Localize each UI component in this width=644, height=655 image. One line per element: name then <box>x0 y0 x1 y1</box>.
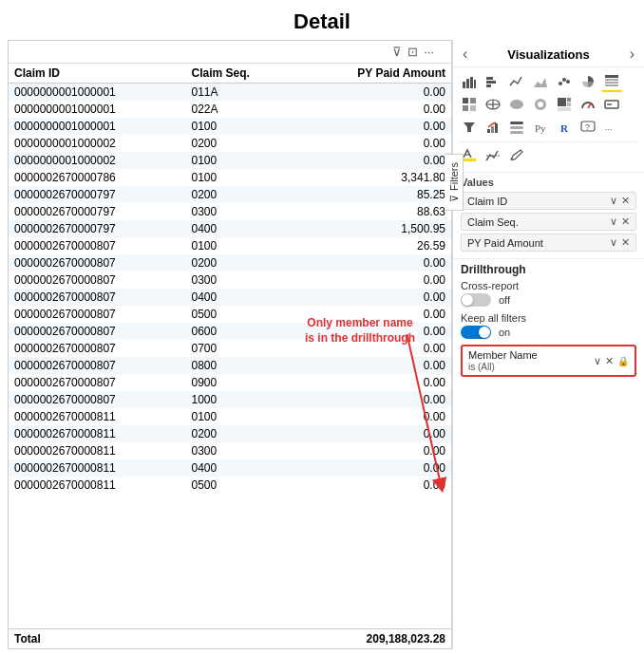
table-row: 000000267000081102000.00 <box>9 425 451 442</box>
cell-claim-seq: 0200 <box>185 186 294 203</box>
focus-icon[interactable]: ⊡ <box>407 45 418 59</box>
cell-py-paid: 0.00 <box>295 271 451 289</box>
viz-back-arrow[interactable]: ‹ <box>463 46 467 63</box>
svg-rect-12 <box>605 75 618 78</box>
viz-icon-custom[interactable]: ··· <box>601 117 622 138</box>
field-py-paid-remove[interactable]: ✕ <box>621 236 630 249</box>
viz-icon-donut[interactable] <box>530 94 551 115</box>
svg-rect-1 <box>463 82 465 88</box>
viz-icon-gauge[interactable] <box>578 94 598 115</box>
table-row: 0000000001000001022A0.00 <box>9 101 451 118</box>
cell-py-paid: 0.00 <box>295 391 451 408</box>
cell-py-paid: 0.00 <box>295 374 451 391</box>
table-wrapper[interactable]: Claim ID Claim Seq. PY Paid Amount 00000… <box>9 64 451 628</box>
field-claim-seq-chevron[interactable]: ∨ <box>610 215 617 228</box>
svg-text:Py: Py <box>535 122 546 134</box>
svg-line-30 <box>588 103 591 108</box>
filters-tab[interactable]: ⊽ Filters <box>445 154 464 211</box>
svg-rect-29 <box>558 107 571 111</box>
filter-icon[interactable]: ⊽ <box>392 45 402 59</box>
field-claim-seq[interactable]: Claim Seq. ∨ ✕ <box>461 213 636 231</box>
field-claim-id[interactable]: Claim ID ∨ ✕ <box>461 192 636 210</box>
cell-claim-seq: 0800 <box>185 357 294 374</box>
viz-icon-analytics[interactable] <box>483 145 503 166</box>
member-name-remove[interactable]: ✕ <box>605 355 614 367</box>
viz-icon-r[interactable]: R <box>554 117 575 138</box>
cell-py-paid: 0.00 <box>295 118 451 135</box>
viz-icon-slicer[interactable] <box>506 117 527 138</box>
cell-claim-seq: 0100 <box>185 118 294 135</box>
viz-icon-line[interactable] <box>506 71 527 92</box>
cell-claim-seq: 0100 <box>185 169 294 186</box>
filters-tab-icon: ⊽ <box>447 195 460 202</box>
svg-point-25 <box>538 102 543 107</box>
cell-py-paid: 88.63 <box>295 203 451 220</box>
keep-filters-label: Keep all filters <box>461 312 636 324</box>
member-name-lock[interactable]: 🔒 <box>617 356 629 366</box>
field-py-paid-label: PY Paid Amount <box>467 237 543 249</box>
svg-rect-13 <box>605 79 618 81</box>
cell-claim-id: 0000002670000797 <box>9 186 185 203</box>
cell-py-paid: 0.00 <box>295 135 451 152</box>
viz-icon-kpi[interactable] <box>483 117 503 138</box>
cell-claim-seq: 0300 <box>185 271 294 289</box>
svg-rect-36 <box>495 123 498 133</box>
cell-claim-id: 0000002670000811 <box>9 459 185 477</box>
cell-claim-id: 0000002670000797 <box>9 203 185 220</box>
viz-icon-table[interactable] <box>601 71 622 92</box>
viz-icon-edit[interactable] <box>506 145 527 166</box>
viz-panel: ‹ Visualizations › <box>452 40 644 649</box>
cell-claim-id: 0000002670000811 <box>9 442 185 459</box>
keep-filters-state-label: on <box>499 327 510 338</box>
viz-icon-matrix[interactable] <box>459 94 480 115</box>
table-row: 000000267000080707000.00 <box>9 340 451 357</box>
col-claim-seq: Claim Seq. <box>185 64 294 84</box>
cell-claim-seq: 0300 <box>185 442 294 459</box>
cell-claim-seq: 0300 <box>185 203 294 220</box>
cell-py-paid: 3,341.80 <box>295 169 451 186</box>
cell-py-paid: 0.00 <box>295 101 451 118</box>
viz-icon-bar2[interactable] <box>483 71 503 92</box>
table-row: 000000267000080709000.00 <box>9 374 451 391</box>
viz-icon-python[interactable]: Py <box>530 117 551 138</box>
viz-icon-bar[interactable] <box>459 71 480 92</box>
viz-icon-treemap[interactable] <box>554 94 575 115</box>
viz-icon-card[interactable] <box>601 94 622 115</box>
viz-icon-funnel[interactable] <box>459 117 480 138</box>
field-claim-id-chevron[interactable]: ∨ <box>610 195 617 207</box>
cell-claim-id: 0000000001000001 <box>9 118 185 135</box>
field-claim-seq-remove[interactable]: ✕ <box>621 215 630 228</box>
svg-point-9 <box>559 82 562 85</box>
table-row: 000000267000080702000.00 <box>9 254 451 271</box>
cell-claim-seq: 0400 <box>185 289 294 306</box>
table-row: 0000002670000797020085.25 <box>9 186 451 203</box>
svg-rect-16 <box>463 98 468 103</box>
svg-rect-15 <box>605 84 618 86</box>
cross-report-toggle[interactable] <box>461 293 491 307</box>
cell-py-paid: 0.00 <box>295 340 451 357</box>
field-py-paid-chevron[interactable]: ∨ <box>610 236 617 249</box>
viz-icon-qna[interactable]: ? <box>578 117 598 138</box>
field-claim-id-remove[interactable]: ✕ <box>621 195 630 207</box>
cell-claim-id: 0000000001000002 <box>9 152 185 169</box>
svg-rect-2 <box>466 79 469 88</box>
cell-claim-seq: 0400 <box>185 220 294 237</box>
svg-text:?: ? <box>585 122 590 132</box>
viz-icon-scatter[interactable] <box>554 71 575 92</box>
table-row: 0000002670000807010026.59 <box>9 237 451 254</box>
table-row: 000000267000081105000.00 <box>9 477 451 494</box>
viz-icon-filled-map[interactable] <box>506 94 527 115</box>
more-icon[interactable]: ··· <box>424 45 434 59</box>
viz-icon-area[interactable] <box>530 71 551 92</box>
cell-claim-seq: 0200 <box>185 135 294 152</box>
keep-filters-toggle[interactable] <box>461 326 491 339</box>
member-name-field[interactable]: Member Name is (All) ∨ ✕ 🔒 <box>461 345 636 377</box>
cell-claim-id: 0000002670000811 <box>9 477 185 494</box>
cell-claim-seq: 1000 <box>185 391 294 408</box>
member-name-chevron[interactable]: ∨ <box>594 355 601 367</box>
viz-icon-map[interactable] <box>483 94 503 115</box>
cell-py-paid: 0.00 <box>295 357 451 374</box>
viz-icon-pie[interactable] <box>578 71 598 92</box>
viz-forward-arrow[interactable]: › <box>630 46 635 63</box>
field-py-paid[interactable]: PY Paid Amount ∨ ✕ <box>461 234 636 252</box>
